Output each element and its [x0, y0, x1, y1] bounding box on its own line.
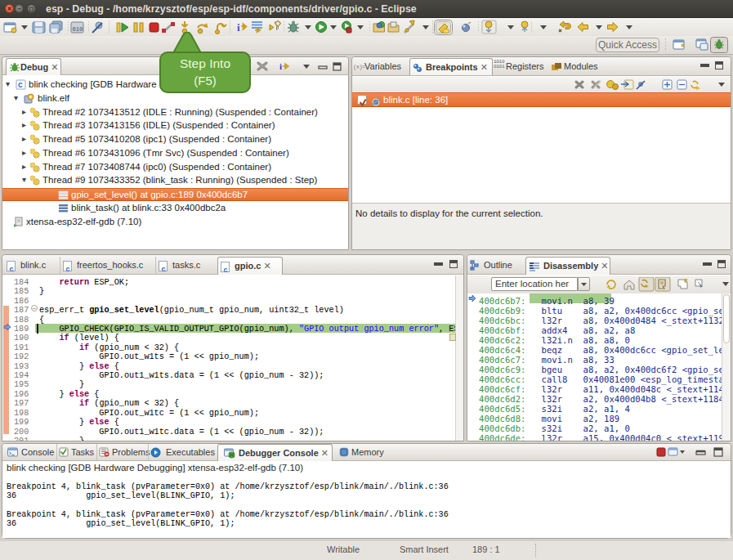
- svg-text:i: i: [237, 21, 240, 34]
- svg-text:c: c: [18, 80, 23, 89]
- svg-text:010: 010: [73, 26, 83, 33]
- svg-text:i: i: [279, 61, 282, 71]
